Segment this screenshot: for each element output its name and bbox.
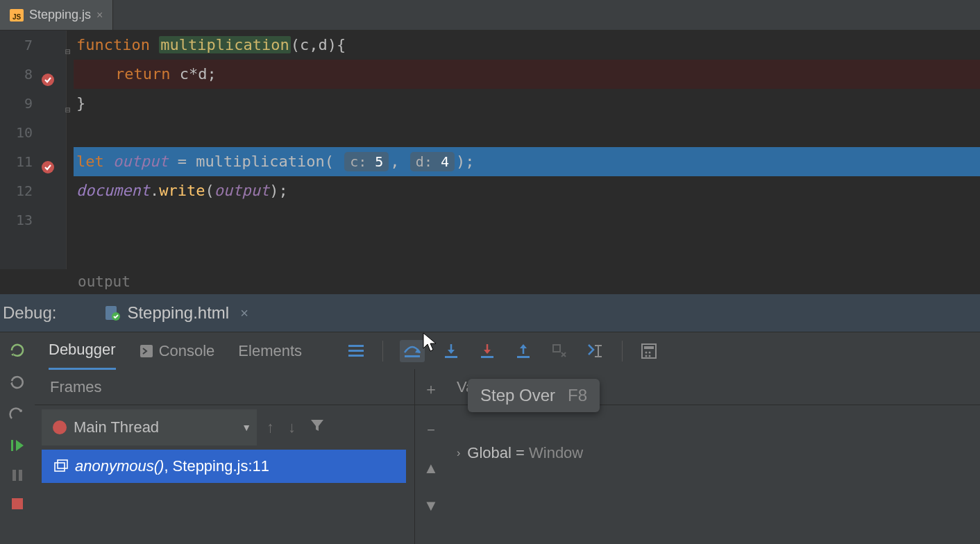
html-file-icon bbox=[105, 305, 120, 321]
console-icon bbox=[140, 344, 153, 358]
file-tab-name: Stepping.js bbox=[29, 8, 91, 22]
svg-point-0 bbox=[42, 74, 54, 86]
svg-rect-10 bbox=[348, 345, 364, 347]
svg-rect-14 bbox=[445, 356, 457, 358]
svg-point-24 bbox=[649, 355, 651, 357]
gutter-line[interactable]: 13 bbox=[0, 205, 66, 235]
svg-point-23 bbox=[645, 355, 648, 357]
js-file-icon: JS bbox=[10, 9, 24, 22]
svg-rect-18 bbox=[598, 346, 599, 357]
inline-var-hint: output bbox=[0, 269, 980, 294]
run-to-cursor-icon[interactable] bbox=[586, 341, 605, 361]
editor-gutter: 7 8 9 10 11 12 13 bbox=[0, 31, 67, 269]
frame-icon bbox=[54, 459, 68, 473]
svg-rect-17 bbox=[553, 345, 560, 352]
console-tab[interactable]: Console bbox=[140, 332, 215, 370]
frames-title: Frames bbox=[35, 369, 414, 405]
gutter-line[interactable]: 11 bbox=[0, 147, 66, 176]
debug-step-actions bbox=[326, 340, 659, 362]
thread-name: Main Thread bbox=[74, 418, 235, 436]
debug-toolbar: Debugger Console Elements bbox=[0, 332, 980, 369]
breakpoint-icon[interactable] bbox=[41, 155, 55, 169]
step-over-tooltip: Step Over F8 bbox=[468, 379, 600, 412]
code-editor[interactable]: 7 8 9 10 11 12 13 ⊟ ⊟ function multiplic… bbox=[0, 31, 980, 269]
file-tab-bar: JS Stepping.js × bbox=[0, 0, 980, 31]
debug-panel-header: Debug: Stepping.html × bbox=[0, 294, 980, 332]
file-tab-stepping-js[interactable]: JS Stepping.js × bbox=[0, 0, 113, 30]
chevron-right-icon: › bbox=[457, 447, 460, 459]
debug-config-name: Stepping.html bbox=[127, 303, 229, 323]
param-hint: c: 5 bbox=[344, 152, 389, 171]
tooltip-shortcut: F8 bbox=[568, 386, 587, 405]
breakpoint-icon[interactable] bbox=[41, 67, 55, 81]
close-tab-icon[interactable]: × bbox=[96, 9, 103, 22]
gutter-line[interactable]: 7 bbox=[0, 31, 66, 60]
gutter-line[interactable]: 8 bbox=[0, 60, 66, 89]
fold-close-icon[interactable]: ⊟ bbox=[65, 96, 71, 125]
stack-frame[interactable]: anonymous(), Stepping.js:11 bbox=[42, 450, 406, 483]
debug-tabs: Debugger Console Elements bbox=[35, 332, 980, 369]
svg-point-1 bbox=[42, 161, 54, 173]
step-out-icon[interactable] bbox=[514, 341, 533, 361]
elements-tab[interactable]: Elements bbox=[238, 332, 302, 370]
svg-rect-11 bbox=[348, 350, 364, 352]
svg-point-22 bbox=[649, 351, 651, 353]
code-line[interactable]: function multiplication(c,d){ bbox=[74, 31, 980, 60]
add-watch-icon[interactable]: ＋ bbox=[423, 379, 439, 400]
variables-toolbar: ＋ － ▲ ▼ bbox=[423, 379, 439, 515]
threads-icon[interactable] bbox=[346, 341, 366, 361]
frame-up-icon[interactable]: ↑ bbox=[267, 418, 274, 436]
gutter-line[interactable]: 9 bbox=[0, 89, 66, 118]
svg-rect-13 bbox=[405, 355, 420, 357]
close-icon[interactable]: × bbox=[240, 305, 248, 321]
chevron-down-icon: ▼ bbox=[242, 422, 251, 433]
variables-panel: ＋ － ▲ ▼ Variables Step Over F8 › Global … bbox=[415, 369, 980, 544]
step-over-icon[interactable] bbox=[400, 340, 425, 362]
param-hint: d: 4 bbox=[410, 152, 455, 171]
svg-rect-12 bbox=[348, 355, 364, 357]
code-line[interactable] bbox=[74, 205, 980, 235]
svg-rect-15 bbox=[481, 356, 493, 358]
svg-rect-25 bbox=[55, 463, 65, 471]
code-line-current[interactable]: let output = multiplication( c: 5, d: 4)… bbox=[74, 147, 980, 176]
debug-body: Frames Main Thread ▼ ↑ ↓ anonymous(), St… bbox=[0, 369, 980, 544]
debugger-tab[interactable]: Debugger bbox=[49, 332, 116, 370]
fold-open-icon[interactable]: ⊟ bbox=[65, 37, 71, 67]
evaluate-icon[interactable] bbox=[639, 341, 659, 361]
code-line[interactable]: document.write(output); bbox=[74, 176, 980, 205]
debug-label: Debug: bbox=[0, 303, 56, 323]
gutter-line[interactable]: 10 bbox=[0, 118, 66, 147]
move-down-icon[interactable]: ▼ bbox=[423, 497, 439, 515]
remove-watch-icon[interactable]: － bbox=[423, 419, 439, 440]
code-column: function multiplication(c,d){ return c*d… bbox=[67, 31, 980, 269]
step-into-icon[interactable] bbox=[441, 341, 461, 361]
code-line[interactable] bbox=[74, 118, 980, 147]
tooltip-label: Step Over bbox=[480, 386, 555, 405]
debug-side-toolbar bbox=[0, 332, 35, 369]
mouse-cursor-icon bbox=[422, 332, 440, 352]
svg-point-21 bbox=[645, 351, 648, 353]
filter-icon[interactable] bbox=[310, 418, 325, 437]
code-line[interactable]: } bbox=[74, 89, 980, 118]
rerun-icon[interactable] bbox=[8, 342, 26, 359]
debug-config-tab[interactable]: Stepping.html × bbox=[105, 303, 248, 323]
thread-status-icon bbox=[53, 420, 67, 434]
thread-selector[interactable]: Main Thread ▼ bbox=[42, 409, 257, 445]
code-line[interactable]: return c*d; bbox=[74, 60, 980, 89]
frames-panel: Frames Main Thread ▼ ↑ ↓ anonymous(), St… bbox=[35, 369, 415, 544]
frame-down-icon[interactable]: ↓ bbox=[288, 418, 296, 436]
svg-rect-20 bbox=[644, 346, 654, 349]
variable-row[interactable]: › Global = Window bbox=[415, 439, 980, 468]
svg-rect-16 bbox=[517, 356, 530, 358]
svg-rect-26 bbox=[58, 460, 67, 468]
move-up-icon[interactable]: ▲ bbox=[423, 459, 439, 477]
gutter-line[interactable]: 12 bbox=[0, 176, 66, 205]
force-step-into-icon[interactable] bbox=[478, 341, 497, 361]
drop-frame-icon[interactable] bbox=[550, 341, 569, 361]
